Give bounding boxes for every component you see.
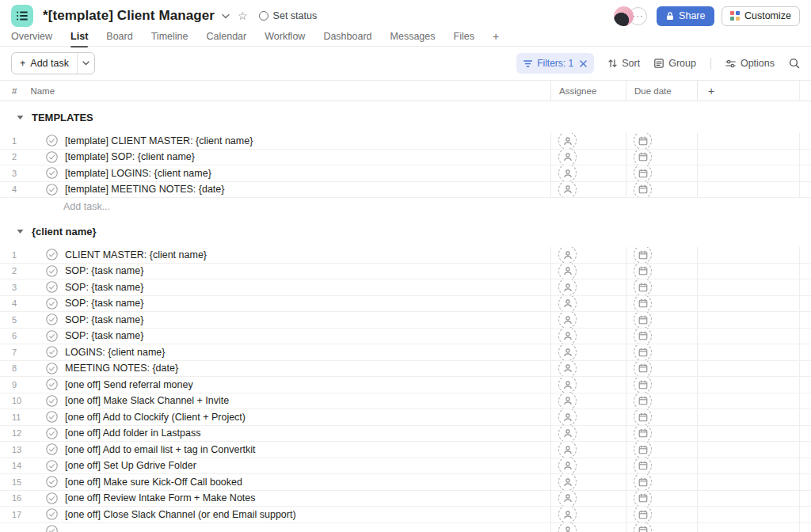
column-name[interactable]: Name bbox=[30, 86, 55, 96]
assignee-cell[interactable] bbox=[550, 377, 626, 393]
task-title[interactable]: SOP: {task name} bbox=[65, 330, 143, 341]
due-date-cell[interactable] bbox=[626, 133, 697, 149]
complete-task-icon[interactable] bbox=[46, 265, 58, 277]
due-date-placeholder-icon[interactable] bbox=[634, 182, 652, 198]
assignee-cell[interactable] bbox=[550, 344, 626, 360]
tab-workflow[interactable]: Workflow bbox=[265, 31, 305, 47]
task-title[interactable]: [template] CLIENT MASTER: {client name} bbox=[65, 135, 253, 146]
assignee-cell[interactable] bbox=[550, 458, 626, 474]
task-row[interactable]: 2 SOP: {task name} bbox=[0, 264, 811, 280]
assignee-cell[interactable] bbox=[550, 491, 626, 507]
assignee-placeholder-icon[interactable] bbox=[558, 247, 577, 263]
complete-task-icon[interactable] bbox=[46, 476, 58, 488]
due-date-placeholder-icon[interactable] bbox=[634, 312, 652, 328]
due-date-placeholder-icon[interactable] bbox=[634, 247, 652, 263]
task-row[interactable]: 9 [one off] Send referral money bbox=[0, 377, 811, 393]
task-title[interactable]: [one off] Send referral money bbox=[65, 379, 193, 390]
assignee-placeholder-icon[interactable] bbox=[558, 361, 577, 377]
assignee-placeholder-icon[interactable] bbox=[558, 507, 577, 522]
due-date-placeholder-icon[interactable] bbox=[634, 361, 652, 377]
assignee-cell[interactable] bbox=[550, 247, 626, 263]
complete-task-icon[interactable] bbox=[46, 363, 58, 374]
assignee-placeholder-icon[interactable] bbox=[558, 426, 577, 442]
task-row[interactable]: 1 [template] CLIENT MASTER: {client name… bbox=[0, 133, 811, 150]
due-date-placeholder-icon[interactable] bbox=[634, 491, 652, 507]
task-title[interactable]: SOP: {task name} bbox=[65, 282, 143, 293]
task-row[interactable]: 3 SOP: {task name} bbox=[0, 279, 811, 296]
due-date-cell[interactable] bbox=[626, 361, 697, 377]
task-title[interactable]: SOP: {task name} bbox=[65, 265, 143, 276]
assignee-placeholder-icon[interactable] bbox=[558, 393, 577, 409]
assignee-placeholder-icon[interactable] bbox=[558, 133, 577, 149]
column-due-date[interactable]: Due date bbox=[626, 81, 697, 101]
assignee-cell[interactable] bbox=[550, 426, 626, 442]
tab-overview[interactable]: Overview bbox=[11, 31, 52, 47]
due-date-placeholder-icon[interactable] bbox=[634, 458, 652, 474]
task-row[interactable]: 11 [one off] Add to Clockify (Client + P… bbox=[0, 409, 811, 426]
task-row[interactable] bbox=[0, 523, 811, 532]
complete-task-icon[interactable] bbox=[46, 508, 58, 520]
tab-calendar[interactable]: Calendar bbox=[206, 31, 246, 47]
filters-chip[interactable]: Filters: 1 bbox=[516, 53, 594, 74]
tab-dashboard[interactable]: Dashboard bbox=[323, 31, 371, 47]
task-row[interactable]: 16 [one off] Review Intake Form + Make N… bbox=[0, 491, 811, 507]
assignee-placeholder-icon[interactable] bbox=[558, 474, 577, 490]
due-date-cell[interactable] bbox=[626, 426, 697, 442]
group-button[interactable]: Group bbox=[654, 58, 696, 69]
options-button[interactable]: Options bbox=[725, 58, 775, 69]
due-date-cell[interactable] bbox=[626, 442, 697, 458]
complete-task-icon[interactable] bbox=[46, 249, 58, 260]
complete-task-icon[interactable] bbox=[46, 346, 58, 358]
due-date-placeholder-icon[interactable] bbox=[634, 264, 652, 279]
assignee-cell[interactable] bbox=[550, 507, 626, 522]
task-row[interactable]: 7 LOGINS: {client name} bbox=[0, 344, 811, 361]
task-title[interactable]: [one off] Add to Clockify (Client + Proj… bbox=[65, 412, 246, 423]
due-date-cell[interactable] bbox=[626, 329, 697, 344]
due-date-cell[interactable] bbox=[626, 296, 697, 312]
due-date-cell[interactable] bbox=[626, 491, 697, 507]
assignee-cell[interactable] bbox=[550, 474, 626, 490]
assignee-cell[interactable] bbox=[550, 296, 626, 312]
complete-task-icon[interactable] bbox=[46, 167, 58, 179]
due-date-placeholder-icon[interactable] bbox=[634, 165, 652, 181]
assignee-placeholder-icon[interactable] bbox=[558, 523, 577, 532]
collapse-section-icon[interactable] bbox=[17, 229, 24, 234]
task-title[interactable]: LOGINS: {client name} bbox=[65, 347, 165, 358]
complete-task-icon[interactable] bbox=[46, 395, 58, 407]
assignee-cell[interactable] bbox=[550, 409, 626, 425]
clear-filters-icon[interactable] bbox=[580, 60, 587, 67]
task-row[interactable]: 4 [template] MEETING NOTES: {date} bbox=[0, 182, 811, 199]
complete-task-icon[interactable] bbox=[46, 428, 58, 439]
task-row[interactable]: 8 MEETING NOTES: {date} bbox=[0, 361, 811, 378]
complete-task-icon[interactable] bbox=[46, 135, 58, 146]
due-date-cell[interactable] bbox=[626, 312, 697, 328]
assignee-placeholder-icon[interactable] bbox=[558, 344, 577, 360]
due-date-placeholder-icon[interactable] bbox=[634, 426, 652, 442]
task-row[interactable]: 1 CLIENT MASTER: {client name} bbox=[0, 247, 811, 264]
task-row[interactable]: 13 [one off] Add to email list + tag in … bbox=[0, 442, 811, 458]
task-title[interactable]: CLIENT MASTER: {client name} bbox=[65, 249, 207, 260]
task-title[interactable]: [one off] Close Slack Channel (or end Em… bbox=[65, 509, 296, 520]
due-date-placeholder-icon[interactable] bbox=[634, 344, 652, 360]
due-date-placeholder-icon[interactable] bbox=[634, 409, 652, 425]
assignee-cell[interactable] bbox=[550, 329, 626, 344]
tab-timeline[interactable]: Timeline bbox=[151, 31, 188, 47]
task-row[interactable]: 2 [template] SOP: {client name} bbox=[0, 150, 811, 166]
add-task-button[interactable]: + Add task bbox=[12, 53, 77, 74]
task-row[interactable]: 6 SOP: {task name} bbox=[0, 329, 811, 345]
due-date-placeholder-icon[interactable] bbox=[634, 393, 652, 409]
due-date-placeholder-icon[interactable] bbox=[634, 133, 652, 149]
assignee-placeholder-icon[interactable] bbox=[558, 279, 577, 295]
collapse-section-icon[interactable] bbox=[17, 115, 24, 120]
complete-task-icon[interactable] bbox=[46, 378, 58, 390]
complete-task-icon[interactable] bbox=[46, 330, 58, 342]
assignee-cell[interactable] bbox=[550, 312, 626, 328]
due-date-cell[interactable] bbox=[626, 279, 697, 295]
add-tab-button[interactable]: + bbox=[493, 30, 499, 48]
task-title[interactable]: [template] MEETING NOTES: {date} bbox=[65, 184, 224, 195]
due-date-placeholder-icon[interactable] bbox=[634, 474, 652, 490]
customize-button[interactable]: Customize bbox=[722, 6, 800, 26]
task-row[interactable]: 17 [one off] Close Slack Channel (or end… bbox=[0, 507, 811, 523]
due-date-placeholder-icon[interactable] bbox=[634, 442, 652, 458]
assignee-placeholder-icon[interactable] bbox=[558, 458, 577, 474]
